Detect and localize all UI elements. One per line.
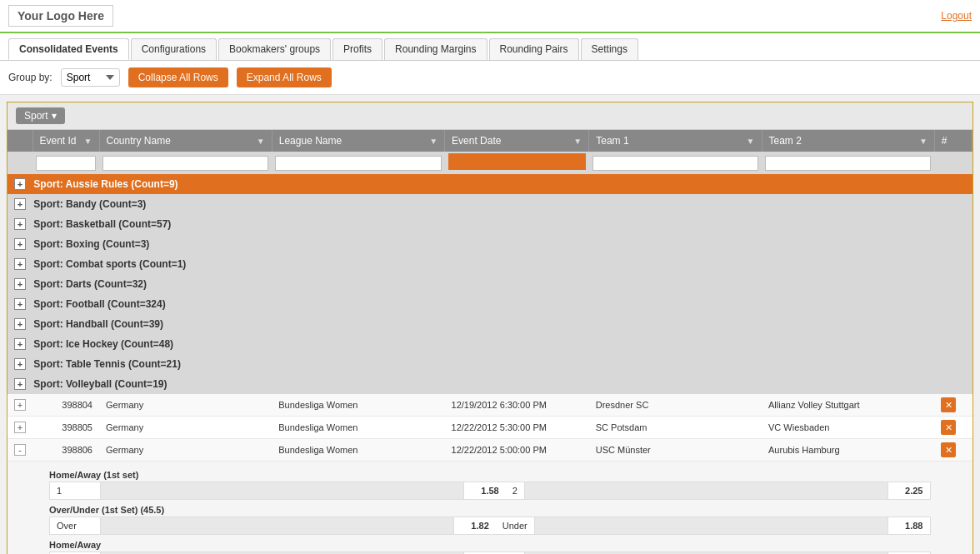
bet-group-header: Home/Away xyxy=(49,537,931,552)
sort-icon-country[interactable]: ▼ xyxy=(257,137,265,146)
delete-icon[interactable]: ✕ xyxy=(941,420,956,435)
group-label: Sport: Table Tennis (Count=21) xyxy=(33,358,181,370)
th-league-name: League Name ▼ xyxy=(272,130,444,152)
bet-spacer xyxy=(100,517,454,534)
tab-bookmakers-groups[interactable]: Bookmakers' groups xyxy=(218,38,331,60)
delete-icon[interactable]: ✕ xyxy=(941,397,956,412)
group-row[interactable]: + Sport: Bandy (Count=3) xyxy=(8,194,972,214)
row-expand-cell[interactable]: - xyxy=(8,439,32,462)
sport-dropdown-button[interactable]: Sport ▾ xyxy=(16,107,65,124)
group-expand-icon[interactable]: + xyxy=(14,278,26,290)
sort-icon-league[interactable]: ▼ xyxy=(429,137,438,146)
tab-rounding-margins[interactable]: Rounding Margins xyxy=(384,38,487,60)
th-event-id: Event Id ▼ xyxy=(32,130,99,152)
bet-section-row: Home/Away (1st set) 1 1.58 2 2.25 Over/U… xyxy=(8,462,972,555)
group-label: Sport: Handball (Count=39) xyxy=(33,318,163,330)
filter-team1-cell xyxy=(589,152,762,174)
cell-delete[interactable]: ✕ xyxy=(934,417,972,439)
logout-link[interactable]: Logout xyxy=(941,10,972,22)
row-expand-icon[interactable]: + xyxy=(14,399,26,411)
filter-league-cell xyxy=(272,152,444,174)
group-label: Sport: Ice Hockey (Count=48) xyxy=(33,338,173,350)
row-expand-cell[interactable]: + xyxy=(8,417,32,439)
row-expand-icon[interactable]: + xyxy=(14,422,26,433)
data-table: Event Id ▼ Country Name ▼ League Name ▼ xyxy=(8,130,972,554)
table-row[interactable]: - 398806 Germany Bundesliga Women 12/22/… xyxy=(8,439,972,462)
bet-spacer2 xyxy=(534,517,888,534)
group-expand-icon[interactable]: + xyxy=(14,358,26,370)
tab-profits[interactable]: Profits xyxy=(332,38,382,60)
group-expand-icon[interactable]: + xyxy=(14,258,26,270)
filter-event-id[interactable] xyxy=(36,156,96,171)
th-country-label: Country Name xyxy=(107,135,171,147)
bet-spacer xyxy=(100,482,464,499)
group-expand-icon[interactable]: + xyxy=(14,218,26,230)
cell-team2: Aurubis Hamburg xyxy=(762,439,934,462)
th-team2: Team 2 ▼ xyxy=(762,130,934,152)
th-team1: Team 1 ▼ xyxy=(589,130,762,152)
filter-league[interactable] xyxy=(275,156,441,171)
main-content: Sport ▾ Event Id ▼ Country Name ▼ xyxy=(7,102,973,554)
filter-date-button[interactable] xyxy=(448,153,586,170)
sort-icon-team2[interactable]: ▼ xyxy=(919,137,928,146)
tab-settings[interactable]: Settings xyxy=(581,38,638,60)
group-row[interactable]: + Sport: Aussie Rules (Count=9) xyxy=(8,174,972,194)
tab-configurations[interactable]: Configurations xyxy=(131,38,217,60)
sort-icon-team1[interactable]: ▼ xyxy=(747,137,755,146)
tab-rounding-pairs[interactable]: Rounding Pairs xyxy=(489,38,579,60)
group-expand-icon[interactable]: + xyxy=(14,338,26,350)
filter-country[interactable] xyxy=(102,156,268,171)
cell-country: Germany xyxy=(99,417,272,439)
expand-all-button[interactable]: Expand All Rows xyxy=(237,67,332,87)
group-expand-icon[interactable]: + xyxy=(14,318,26,330)
group-expand-icon[interactable]: + xyxy=(14,238,26,250)
group-row[interactable]: + Sport: Combat sports (Count=1) xyxy=(8,254,972,274)
group-label: Sport: Bandy (Count=3) xyxy=(33,198,146,210)
group-row[interactable]: + Sport: Handball (Count=39) xyxy=(8,314,972,334)
table-row[interactable]: + 398805 Germany Bundesliga Women 12/22/… xyxy=(8,417,972,439)
row-expand-icon[interactable]: - xyxy=(14,444,26,456)
tab-consolidated-events[interactable]: Consolidated Events xyxy=(8,38,129,60)
group-row[interactable]: + Sport: Football (Count=324) xyxy=(8,294,972,314)
th-expand xyxy=(8,130,32,152)
cell-event-id: 398806 xyxy=(32,439,99,462)
sort-icon-date[interactable]: ▼ xyxy=(573,137,582,146)
filter-hash-cell xyxy=(934,152,972,174)
cell-delete[interactable]: ✕ xyxy=(934,439,972,462)
bet-group-header: Over/Under (1st Set) (45.5) xyxy=(49,502,931,517)
group-by-select[interactable]: Sport Country League xyxy=(61,68,120,87)
group-row[interactable]: + Sport: Basketball (Count=57) xyxy=(8,214,972,234)
cell-delete[interactable]: ✕ xyxy=(934,394,972,417)
bet-label2: Under xyxy=(496,517,534,534)
group-expand-icon[interactable]: + xyxy=(14,298,26,310)
group-row[interactable]: + Sport: Ice Hockey (Count=48) xyxy=(8,334,972,354)
group-label: Sport: Darts (Count=32) xyxy=(33,278,147,290)
group-expand-icon[interactable]: + xyxy=(14,378,26,390)
delete-icon[interactable]: ✕ xyxy=(941,442,956,457)
bet-label1: Over xyxy=(50,517,100,534)
group-label: Sport: Aussie Rules (Count=9) xyxy=(33,178,178,190)
row-expand-cell[interactable]: + xyxy=(8,394,32,417)
group-row[interactable]: + Sport: Volleyball (Count=19) xyxy=(8,374,972,394)
filter-team2[interactable] xyxy=(765,156,931,171)
group-row[interactable]: + Sport: Boxing (Count=3) xyxy=(8,234,972,254)
group-expand-icon[interactable]: + xyxy=(14,198,26,210)
group-expand-icon[interactable]: + xyxy=(14,178,26,190)
nav-tabs: Consolidated Events Configurations Bookm… xyxy=(0,33,980,61)
cell-team1: SC Potsdam xyxy=(589,417,762,439)
cell-date: 12/19/2012 6:30:00 PM xyxy=(445,394,589,417)
sport-btn-label: Sport xyxy=(24,110,48,122)
collapse-all-button[interactable]: Collapse All Rows xyxy=(128,67,228,87)
th-league-label: League Name xyxy=(279,135,342,147)
table-row[interactable]: + 398804 Germany Bundesliga Women 12/19/… xyxy=(8,394,972,417)
cell-date: 12/22/2012 5:30:00 PM xyxy=(445,417,589,439)
filter-team1[interactable] xyxy=(592,156,758,171)
th-event-date-label: Event Date xyxy=(452,135,501,147)
filter-country-cell xyxy=(99,152,272,174)
group-row[interactable]: + Sport: Table Tennis (Count=21) xyxy=(8,354,972,374)
sort-icon-event-id[interactable]: ▼ xyxy=(84,137,92,146)
group-row[interactable]: + Sport: Darts (Count=32) xyxy=(8,274,972,294)
filter-row xyxy=(8,152,972,174)
group-label: Sport: Combat sports (Count=1) xyxy=(33,258,186,270)
group-by-label: Group by: xyxy=(8,72,52,83)
